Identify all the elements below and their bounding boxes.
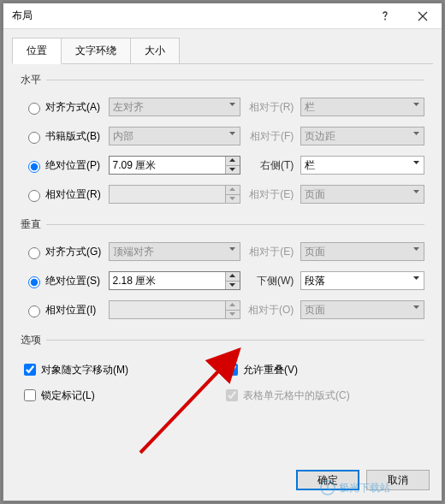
- spin-up[interactable]: [225, 157, 240, 166]
- h-align-rel-label: 相对于(R): [240, 100, 300, 115]
- v-abs-rel-label: 下侧(W): [240, 274, 300, 288]
- v-rel-spinner: [109, 300, 240, 319]
- dialog-title: 布局: [3, 9, 366, 23]
- lock-anchor-checkbox[interactable]: 锁定标记(L): [21, 387, 222, 404]
- spin-up[interactable]: [225, 272, 240, 282]
- h-rel-rel-label: 相对于(E): [240, 187, 300, 202]
- cancel-button[interactable]: 取消: [366, 470, 430, 490]
- v-align-rel-value[interactable]: 页面: [300, 242, 424, 261]
- close-icon: [418, 11, 428, 21]
- v-rel-input: [110, 302, 221, 317]
- layout-in-cell-checkbox: 表格单元格中的版式(C): [222, 387, 424, 404]
- v-abs-input[interactable]: [110, 273, 221, 288]
- v-align-rel-label: 相对于(E): [240, 245, 300, 259]
- chevron-down-icon: [228, 166, 236, 174]
- tab-position[interactable]: 位置: [12, 38, 62, 64]
- h-abs-spinner[interactable]: [109, 156, 240, 175]
- h-align-radio[interactable]: 对齐方式(A): [21, 100, 109, 115]
- titlebar: 布局: [3, 3, 442, 29]
- chevron-down-icon: [228, 282, 236, 289]
- help-icon: [379, 10, 391, 22]
- v-abs-spinner[interactable]: [109, 271, 240, 290]
- ok-button[interactable]: 确定: [296, 470, 359, 490]
- chevron-down-icon: [228, 101, 236, 109]
- svg-point-0: [384, 18, 386, 20]
- chevron-down-icon: [412, 159, 420, 167]
- tab-text-wrap[interactable]: 文字环绕: [61, 38, 131, 64]
- h-book-radio[interactable]: 书籍版式(B): [21, 129, 109, 144]
- spin-down[interactable]: [225, 282, 240, 290]
- v-rel-rel-label: 相对于(O): [240, 303, 300, 317]
- chevron-up-icon: [228, 186, 236, 193]
- chevron-down-icon: [412, 246, 420, 253]
- layout-dialog: 布局 位置 文字环绕 大小 水平 对齐方式(A) 左对齐 相对于(R) 栏 书籍…: [3, 3, 442, 501]
- v-rel-rel-value[interactable]: 页面: [300, 300, 424, 319]
- h-rel-spinner: [109, 185, 240, 204]
- v-align-radio[interactable]: 对齐方式(G): [21, 245, 109, 259]
- section-vertical: 垂直 对齐方式(G) 顶端对齐 相对于(E) 页面 绝对位置(S) 下侧(W) …: [21, 217, 424, 324]
- h-align-value[interactable]: 左对齐: [109, 98, 240, 116]
- chevron-down-icon: [412, 130, 420, 138]
- chevron-up-icon: [228, 301, 236, 309]
- tab-size[interactable]: 大小: [130, 38, 180, 64]
- h-book-value[interactable]: 内部: [109, 127, 240, 145]
- h-rel-input: [110, 187, 221, 202]
- heading-options: 选项: [21, 333, 41, 347]
- chevron-down-icon: [228, 311, 236, 318]
- tabs: 位置 文字环绕 大小: [12, 38, 433, 64]
- chevron-down-icon: [228, 130, 236, 138]
- allow-overlap-checkbox[interactable]: 允许重叠(V): [222, 361, 424, 378]
- help-button[interactable]: [366, 3, 404, 29]
- spin-down[interactable]: [225, 166, 240, 175]
- chevron-up-icon: [228, 157, 236, 164]
- v-rel-radio[interactable]: 相对位置(I): [21, 303, 109, 317]
- chevron-down-icon: [228, 195, 236, 203]
- h-abs-radio[interactable]: 绝对位置(P): [21, 158, 109, 173]
- h-align-rel-value[interactable]: 栏: [300, 98, 424, 116]
- h-abs-rel-value[interactable]: 栏: [300, 156, 424, 175]
- v-abs-radio[interactable]: 绝对位置(S): [21, 274, 109, 288]
- h-rel-rel-value[interactable]: 页面: [300, 185, 424, 204]
- h-rel-radio[interactable]: 相对位置(R): [21, 187, 109, 202]
- h-book-rel-label: 相对于(F): [240, 129, 300, 144]
- h-book-rel-value[interactable]: 页边距: [300, 127, 424, 145]
- chevron-down-icon: [412, 188, 420, 196]
- section-horizontal: 水平 对齐方式(A) 左对齐 相对于(R) 栏 书籍版式(B) 内部 相对于(F…: [21, 73, 424, 209]
- chevron-down-icon: [412, 275, 420, 282]
- chevron-down-icon: [412, 101, 420, 109]
- h-abs-rel-label: 右侧(T): [240, 158, 300, 173]
- chevron-down-icon: [412, 304, 420, 311]
- heading-horizontal: 水平: [21, 73, 41, 87]
- chevron-up-icon: [228, 272, 236, 280]
- section-options: 选项: [21, 333, 424, 347]
- move-with-text-checkbox[interactable]: 对象随文字移动(M): [21, 361, 222, 378]
- chevron-down-icon: [228, 246, 236, 253]
- h-abs-input[interactable]: [110, 157, 221, 173]
- heading-vertical: 垂直: [21, 217, 41, 232]
- close-button[interactable]: [404, 3, 442, 29]
- v-abs-rel-value[interactable]: 段落: [300, 271, 424, 290]
- v-align-value[interactable]: 顶端对齐: [109, 242, 240, 261]
